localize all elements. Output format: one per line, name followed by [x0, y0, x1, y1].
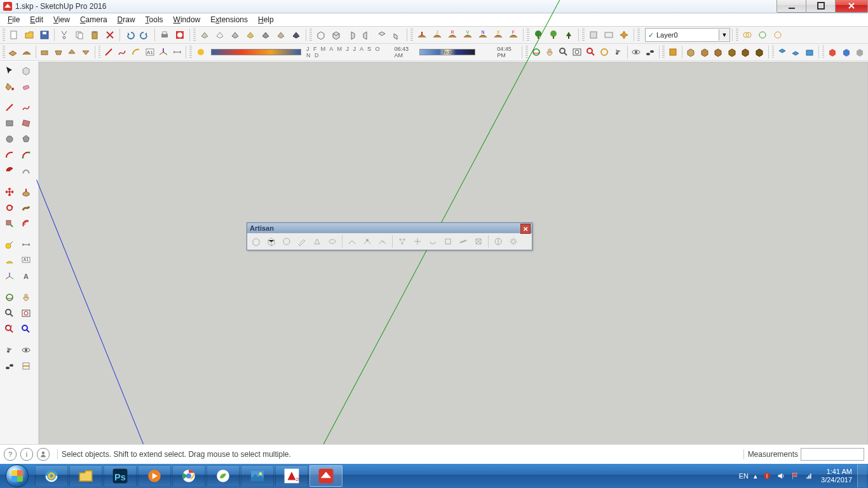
artisan-vertex-button[interactable]	[395, 234, 409, 248]
section-plane-button[interactable]	[667, 45, 679, 59]
menu-window[interactable]: Window	[168, 15, 206, 25]
start-button[interactable]	[0, 464, 34, 488]
style-xray-button[interactable]	[289, 28, 303, 42]
taskbar-autocad-button[interactable]: 20	[275, 465, 308, 487]
left-view-button[interactable]	[390, 28, 404, 42]
3d-text-button[interactable]: A	[18, 269, 34, 284]
warehouse-share-button[interactable]	[790, 45, 803, 59]
prev-view-button[interactable]	[18, 322, 34, 337]
dimension-button[interactable]	[18, 237, 34, 252]
artisan-soft-move-button[interactable]	[410, 234, 424, 248]
solid-blue-button[interactable]	[840, 45, 853, 59]
taskbar-sketchup-button[interactable]	[309, 465, 342, 487]
tray-network-icon[interactable]	[804, 471, 813, 480]
move-button[interactable]	[2, 184, 17, 200]
rotated-rect-button[interactable]	[18, 116, 34, 131]
freehand-tool-button[interactable]	[116, 45, 129, 59]
layer-dropdown[interactable]: ✓ Layer0 ▼	[645, 28, 730, 42]
open-button[interactable]	[22, 28, 36, 42]
artisan-loop-button[interactable]	[325, 234, 339, 248]
paste-button[interactable]	[88, 28, 102, 42]
solid-intersect-button[interactable]	[771, 28, 785, 42]
artisan-sculpt-button[interactable]	[345, 234, 359, 248]
grip-icon[interactable]	[637, 29, 640, 41]
circle-button[interactable]	[2, 132, 17, 147]
paint-bucket-button[interactable]	[2, 79, 17, 94]
group-button[interactable]	[602, 28, 616, 42]
sandbox-2-button[interactable]: J	[430, 28, 444, 42]
zoom-button[interactable]	[557, 45, 570, 59]
artisan-smooth-button[interactable]	[264, 234, 278, 248]
artisan-mirror-button[interactable]	[491, 234, 505, 248]
taskbar-photoshop-button[interactable]: Ps	[104, 465, 137, 487]
arc-button[interactable]	[2, 147, 17, 163]
text-label-button[interactable]: A1	[18, 253, 34, 268]
style-textured-button[interactable]	[243, 28, 257, 42]
shadow-toggle-button[interactable]	[194, 45, 208, 59]
erase-button[interactable]	[103, 28, 117, 42]
zoom-extents-tool-button[interactable]	[2, 322, 17, 337]
solid-subtract-2-button[interactable]	[726, 45, 738, 59]
artisan-soft-rotate-button[interactable]	[426, 234, 440, 248]
style-hidden-button[interactable]	[228, 28, 242, 42]
sandbox-6-button[interactable]: X	[491, 28, 505, 42]
extension-warehouse-button[interactable]	[803, 45, 816, 59]
tape-button[interactable]	[2, 237, 17, 252]
show-desktop-button[interactable]	[857, 464, 867, 487]
plant-3-button[interactable]	[562, 28, 576, 42]
orbit-tool-button[interactable]	[2, 290, 17, 305]
sandbox-smoove-button[interactable]	[20, 45, 33, 59]
dimension-tool-button[interactable]	[171, 45, 184, 59]
sandbox-drape-button[interactable]	[52, 45, 65, 59]
pan-button[interactable]	[543, 45, 556, 59]
artisan-knife-button[interactable]	[295, 234, 309, 248]
taskbar-coccoc-button[interactable]	[207, 465, 240, 487]
explode-button[interactable]	[617, 28, 631, 42]
plant-2-button[interactable]	[546, 28, 560, 42]
print-button[interactable]	[158, 28, 172, 42]
grip-icon[interactable]	[527, 29, 529, 41]
artisan-reduce-button[interactable]	[471, 234, 485, 248]
component-button[interactable]	[587, 28, 600, 42]
solid-union-2-button[interactable]	[712, 45, 725, 59]
grip-icon[interactable]	[410, 29, 413, 41]
zoom-tool-button[interactable]	[2, 306, 17, 321]
eraser-button[interactable]	[18, 79, 34, 94]
artisan-make-planar-button[interactable]	[456, 234, 470, 248]
menu-camera[interactable]: Camera	[75, 15, 112, 25]
artisan-toolbar[interactable]: Artisan ✕	[247, 222, 532, 250]
menu-file[interactable]: File	[3, 15, 25, 25]
grip-icon[interactable]	[193, 29, 196, 41]
solid-red-button[interactable]	[826, 45, 839, 59]
walk-tool-button[interactable]	[2, 358, 17, 374]
zoom-extents-button[interactable]	[585, 45, 597, 59]
look-around-tool-button[interactable]	[18, 342, 34, 358]
measurements-input[interactable]	[801, 448, 864, 461]
viewport-canvas[interactable]: Artisan ✕	[39, 62, 868, 445]
pie-button[interactable]	[2, 163, 17, 179]
scale-button[interactable]	[2, 216, 17, 231]
artisan-settings-button[interactable]	[506, 234, 520, 248]
sandbox-detail-button[interactable]	[66, 45, 79, 59]
text-tool-button[interactable]: A1	[144, 45, 156, 59]
style-wireframe-button[interactable]	[213, 28, 227, 42]
artisan-soft-scale-button[interactable]	[441, 234, 455, 248]
artisan-paint-button[interactable]	[376, 234, 390, 248]
solid-intersect-2-button[interactable]	[698, 45, 711, 59]
position-camera-button[interactable]	[612, 45, 625, 59]
menu-view[interactable]: View	[48, 15, 75, 25]
artisan-crease-button[interactable]	[280, 234, 294, 248]
menu-draw[interactable]: Draw	[112, 15, 140, 25]
grip-icon[interactable]	[662, 46, 665, 58]
rotate-button[interactable]	[2, 200, 17, 215]
help-icon[interactable]: ?	[4, 448, 17, 461]
copy-button[interactable]	[72, 28, 86, 42]
sandbox-3-button[interactable]: R	[445, 28, 459, 42]
cut-button[interactable]	[57, 28, 71, 42]
taskbar-explorer-button[interactable]	[69, 465, 102, 487]
taskbar-chrome-button[interactable]	[172, 465, 205, 487]
protractor-button[interactable]	[2, 253, 17, 268]
freehand-button[interactable]	[18, 100, 34, 115]
grip-icon[interactable]	[98, 46, 101, 58]
menu-edit[interactable]: Edit	[25, 15, 48, 25]
